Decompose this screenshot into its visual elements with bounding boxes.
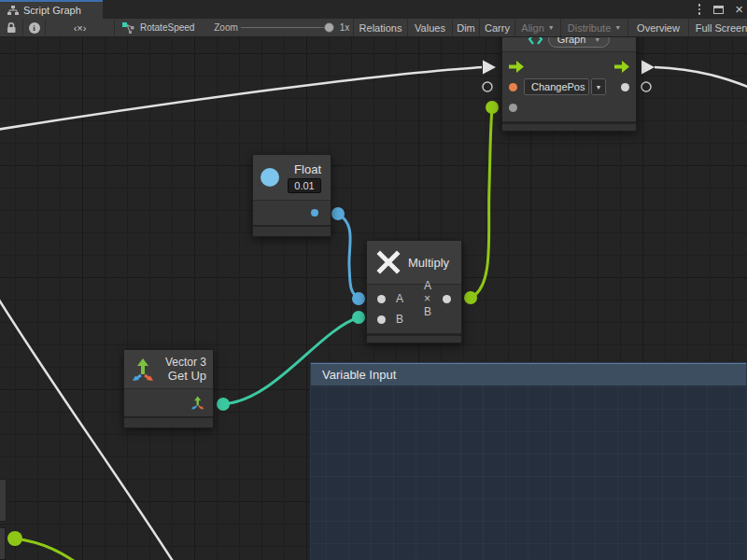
float-footer — [253, 225, 331, 236]
vector3-output-port-icon[interactable] — [190, 395, 205, 411]
multiply-icon — [376, 250, 401, 274]
lock-icon — [6, 21, 17, 34]
variable-input-port[interactable] — [509, 83, 517, 91]
control-output-arrow-icon[interactable] — [614, 61, 629, 73]
control-input-arrow-icon[interactable] — [509, 61, 524, 73]
chevron-down-icon: ▼ — [614, 24, 621, 31]
variable-port-row: ChangePos ▼ — [502, 77, 636, 97]
variable-select[interactable]: ChangePos — [524, 78, 589, 95]
vector3-header[interactable]: Vector 3 Get Up — [124, 350, 213, 389]
zoom-slider-track[interactable] — [241, 27, 332, 28]
values-button[interactable]: Values — [407, 19, 452, 36]
data-port-row — [502, 97, 636, 118]
vector3-icon — [131, 357, 156, 383]
relations-button[interactable]: Relations — [353, 19, 407, 36]
float-type-icon — [261, 168, 279, 187]
multiply-input-a-port[interactable] — [377, 295, 386, 303]
data-input-port[interactable] — [509, 104, 517, 112]
multiply-output-label: A × B — [424, 279, 432, 318]
multiply-input-a-label: A — [396, 292, 403, 305]
vector3-operation: Get Up — [168, 369, 206, 383]
info-button[interactable]: i — [22, 19, 45, 36]
float-header[interactable]: Float 0.01 — [253, 155, 331, 201]
lock-button[interactable] — [0, 19, 22, 36]
vector3-title: Vector 3 — [165, 356, 206, 369]
variable-select-caret-button[interactable]: ▼ — [591, 78, 606, 95]
graph-event-footer — [502, 121, 636, 131]
graph-toolbar: i ‹×› RotateSpeed Zoom 1x Relations Valu… — [0, 19, 747, 37]
float-value: 0.01 — [294, 180, 314, 191]
vector3-footer — [124, 416, 213, 427]
multiply-output-port[interactable] — [443, 295, 451, 303]
float-value-input[interactable]: 0.01 — [288, 178, 321, 193]
distribute-button[interactable]: Distribute▼ — [560, 19, 627, 36]
kebab-menu-icon[interactable] — [697, 2, 703, 17]
node-float[interactable]: Float 0.01 — [252, 154, 331, 237]
node-graph-event[interactable]: Graph ▼ ChangePos ▼ — [501, 26, 637, 132]
group-header[interactable]: Variable Input — [311, 363, 746, 385]
multiply-input-b-port[interactable] — [377, 315, 386, 324]
offscreen-node-footer[interactable] — [0, 527, 6, 560]
multiply-row-a: A A × B — [377, 288, 451, 309]
group-body — [311, 385, 746, 560]
carry-button[interactable]: Carry — [479, 19, 514, 36]
tab-script-graph[interactable]: Script Graph — [0, 0, 103, 19]
zoom-to-fit-icon: ‹×› — [74, 22, 87, 34]
maximize-icon[interactable] — [713, 6, 724, 14]
node-multiply[interactable]: Multiply A A × B B — [366, 240, 462, 343]
chevron-down-icon: ▼ — [596, 84, 602, 91]
overview-button[interactable]: Overview — [627, 19, 688, 36]
multiply-footer — [367, 333, 461, 343]
align-button[interactable]: Align▼ — [514, 19, 560, 36]
multiply-header[interactable]: Multiply — [367, 241, 461, 285]
close-icon[interactable]: × — [735, 3, 743, 16]
zoom-slider-handle[interactable] — [324, 22, 334, 33]
graph-breadcrumb[interactable]: RotateSpeed — [114, 19, 207, 36]
multiply-title: Multiply — [408, 256, 449, 270]
group-title: Variable Input — [322, 368, 396, 382]
float-output-port[interactable] — [311, 209, 318, 217]
zoom-value: 1x — [336, 19, 353, 36]
script-graph-window: Variable Input — [0, 0, 747, 560]
float-port-row — [253, 201, 331, 225]
chevron-down-icon: ▼ — [548, 24, 555, 31]
value-output-port[interactable] — [621, 83, 629, 91]
float-title: Float — [294, 162, 321, 176]
tab-bar: Script Graph × — [0, 0, 747, 19]
node-vector3-get-up[interactable]: Vector 3 Get Up — [123, 349, 214, 428]
multiply-row-b: B — [377, 309, 451, 329]
control-port-row — [502, 56, 636, 77]
zoom-label: Zoom — [211, 19, 241, 36]
vector3-port-row — [124, 389, 213, 416]
offscreen-node-body[interactable] — [0, 479, 7, 522]
variable-select-value: ChangePos — [531, 81, 585, 92]
info-icon: i — [29, 22, 40, 34]
script-graph-tab-icon — [7, 6, 19, 16]
multiply-input-b-label: B — [396, 313, 403, 326]
zoom-to-fit-button[interactable]: ‹×› — [45, 19, 114, 36]
dim-button[interactable]: Dim — [452, 19, 479, 36]
group-variable-input[interactable]: Variable Input — [310, 362, 747, 560]
graph-name: RotateSpeed — [140, 22, 194, 33]
full-screen-button[interactable]: Full Screen — [688, 19, 747, 36]
graph-asset-icon — [122, 22, 134, 34]
tab-title: Script Graph — [23, 5, 81, 16]
